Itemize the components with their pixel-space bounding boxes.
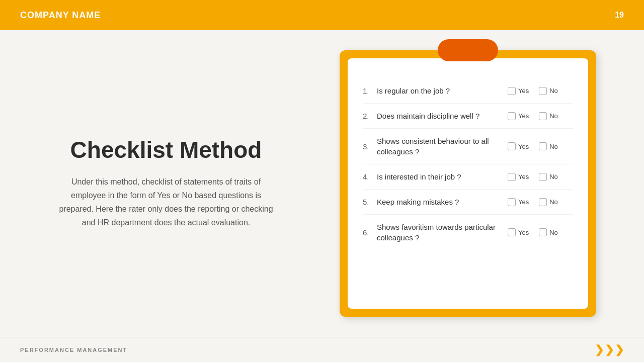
- company-name: COMPANY NAME: [20, 10, 101, 21]
- no-option[interactable]: No: [539, 87, 558, 95]
- no-checkbox[interactable]: [539, 228, 547, 236]
- right-panel: 1. Is regular on the job ? Yes No 2. Doe…: [312, 50, 624, 317]
- no-option[interactable]: No: [539, 228, 558, 236]
- no-checkbox[interactable]: [539, 173, 547, 181]
- yes-checkbox[interactable]: [508, 198, 516, 206]
- chevron-icon-3: ❯: [615, 343, 624, 356]
- clipboard-clip: [438, 39, 498, 61]
- yes-option[interactable]: Yes: [508, 198, 529, 206]
- checklist-item: 1. Is regular on the job ? Yes No: [363, 78, 573, 104]
- page-number: 19: [615, 11, 624, 20]
- no-label: No: [549, 173, 558, 180]
- checklist-item: 3. Shows consistent behaviour to all col…: [363, 129, 573, 164]
- yes-label: Yes: [518, 87, 529, 95]
- item-options: Yes No: [508, 87, 573, 95]
- yes-label: Yes: [518, 229, 529, 236]
- item-text: Shows favoritism towards particular coll…: [377, 222, 508, 243]
- footer-chevrons: ❯ ❯ ❯: [595, 343, 624, 356]
- item-number: 5.: [363, 198, 377, 206]
- yes-option[interactable]: Yes: [508, 112, 529, 120]
- section-description: Under this method, checklist of statemen…: [55, 175, 277, 230]
- no-checkbox[interactable]: [539, 198, 547, 206]
- yes-checkbox[interactable]: [508, 228, 516, 236]
- no-label: No: [549, 87, 558, 95]
- item-text: Keep making mistakes ?: [377, 197, 508, 207]
- yes-label: Yes: [518, 143, 529, 150]
- yes-checkbox[interactable]: [508, 142, 516, 150]
- no-option[interactable]: No: [539, 142, 558, 150]
- no-label: No: [549, 198, 558, 206]
- yes-label: Yes: [518, 112, 529, 120]
- no-option[interactable]: No: [539, 198, 558, 206]
- yes-checkbox[interactable]: [508, 112, 516, 120]
- chevron-icon-1: ❯: [595, 343, 604, 356]
- item-number: 4.: [363, 172, 377, 181]
- item-number: 6.: [363, 228, 377, 237]
- item-options: Yes No: [508, 112, 573, 120]
- header: COMPANY NAME 19: [0, 0, 644, 30]
- no-label: No: [549, 229, 558, 236]
- item-text: Is interested in their job ?: [377, 171, 508, 182]
- yes-option[interactable]: Yes: [508, 87, 529, 95]
- chevron-icon-2: ❯: [605, 343, 614, 356]
- no-option[interactable]: No: [539, 173, 558, 181]
- yes-checkbox[interactable]: [508, 173, 516, 181]
- item-number: 1.: [363, 86, 377, 95]
- section-title: Checklist Method: [70, 137, 262, 163]
- yes-option[interactable]: Yes: [508, 142, 529, 150]
- checklist-container: 1. Is regular on the job ? Yes No 2. Doe…: [363, 78, 573, 250]
- footer-label: PERFORMANCE MANAGEMENT: [20, 347, 127, 353]
- no-checkbox[interactable]: [539, 142, 547, 150]
- yes-option[interactable]: Yes: [508, 228, 529, 236]
- checklist-item: 4. Is interested in their job ? Yes No: [363, 164, 573, 190]
- item-options: Yes No: [508, 173, 573, 181]
- clipboard-inner: 1. Is regular on the job ? Yes No 2. Doe…: [348, 58, 588, 309]
- item-text: Shows consistent behaviour to all collea…: [377, 136, 508, 157]
- item-options: Yes No: [508, 142, 573, 150]
- left-panel: Checklist Method Under this method, chec…: [20, 127, 312, 239]
- item-text: Does maintain discipline well ?: [377, 111, 508, 121]
- no-label: No: [549, 143, 558, 150]
- item-number: 2.: [363, 112, 377, 120]
- no-option[interactable]: No: [539, 112, 558, 120]
- item-options: Yes No: [508, 198, 573, 206]
- yes-label: Yes: [518, 198, 529, 206]
- checklist-item: 5. Keep making mistakes ? Yes No: [363, 190, 573, 215]
- main-content: Checklist Method Under this method, chec…: [0, 30, 644, 337]
- yes-checkbox[interactable]: [508, 87, 516, 95]
- item-options: Yes No: [508, 228, 573, 236]
- no-checkbox[interactable]: [539, 87, 547, 95]
- checklist-item: 6. Shows favoritism towards particular c…: [363, 215, 573, 250]
- item-text: Is regular on the job ?: [377, 85, 508, 96]
- item-number: 3.: [363, 142, 377, 151]
- footer: PERFORMANCE MANAGEMENT ❯ ❯ ❯: [0, 337, 644, 362]
- no-checkbox[interactable]: [539, 112, 547, 120]
- checklist-item: 2. Does maintain discipline well ? Yes N…: [363, 104, 573, 129]
- yes-label: Yes: [518, 173, 529, 180]
- clipboard-outer: 1. Is regular on the job ? Yes No 2. Doe…: [340, 50, 596, 317]
- yes-option[interactable]: Yes: [508, 173, 529, 181]
- no-label: No: [549, 112, 558, 120]
